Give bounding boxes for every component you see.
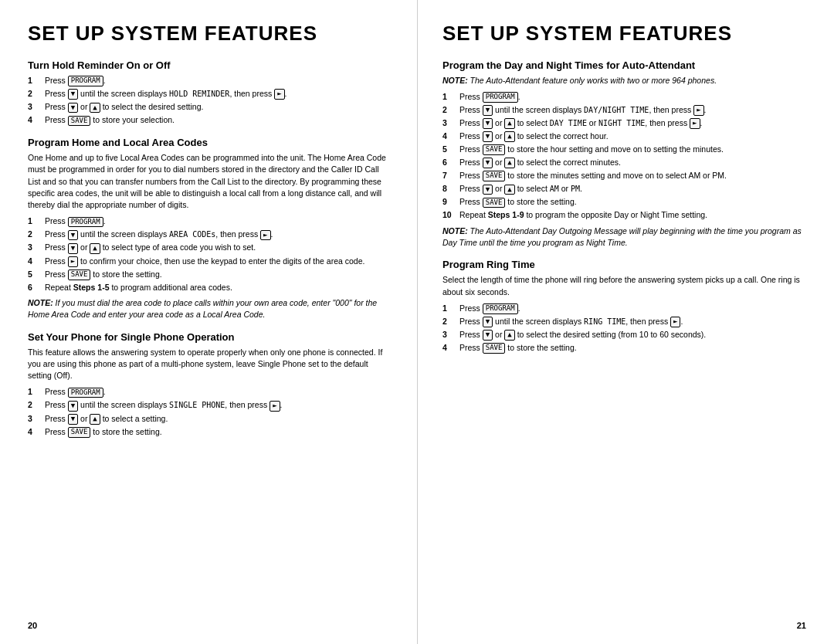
step-number: 9 (442, 196, 459, 208)
up-key: ▲ (504, 118, 514, 129)
step-number: 5 (28, 269, 45, 280)
step-item: 5 Press SAVE to store the setting. (28, 269, 392, 280)
step-number: 5 (442, 144, 459, 155)
program-key: PROGRAM (68, 388, 103, 398)
single-phone-intro: This feature allows the answering system… (28, 347, 392, 382)
step-item: 2 Press ▼ until the screen displays RING… (442, 316, 806, 327)
save-key: SAVE (68, 269, 91, 280)
step-number: 1 (28, 75, 45, 86)
down-key: ▼ (68, 414, 78, 425)
step-number: 8 (442, 183, 459, 195)
step-item: 4 Press SAVE to store your selection. (28, 114, 392, 126)
step-number: 3 (28, 242, 45, 253)
step-text: Press SAVE to store the hour setting and… (459, 144, 806, 155)
right-key: ► (270, 401, 280, 412)
ring-time-steps: 1 Press PROGRAM. 2 Press ▼ until the scr… (442, 303, 806, 354)
section-hold-reminder-heading: Turn Hold Reminder On or Off (28, 59, 392, 71)
step-text: Press PROGRAM. (459, 91, 806, 103)
step-item: 4 Press ► to confirm your choice, then u… (28, 256, 392, 267)
step-item: 6 Repeat Steps 1-5 to program additional… (28, 282, 392, 293)
area-codes-intro: One Home and up to five Local Area Codes… (28, 152, 392, 211)
step-text: Press ▼ or ▲ to select a setting. (45, 413, 392, 425)
page-number-left: 20 (28, 621, 37, 630)
step-item: 3 Press ▼ or ▲ to select the desired set… (28, 101, 392, 113)
step-number: 1 (442, 91, 459, 103)
page-container: SET UP SYSTEM FEATURES Turn Hold Reminde… (0, 0, 834, 644)
step-text: Press ▼ until the screen displays SINGLE… (45, 399, 392, 411)
step-item: 1 Press PROGRAM. (442, 303, 806, 314)
step-number: 1 (442, 303, 459, 314)
page-right: SET UP SYSTEM FEATURES Program the Day a… (417, 0, 834, 644)
step-item: 9 Press SAVE to store the setting. (442, 196, 806, 208)
step-item: 7 Press SAVE to store the minutes settin… (442, 170, 806, 181)
screen-text: RING TIME (584, 317, 626, 326)
down-key: ▼ (483, 158, 493, 168)
program-key: PROGRAM (68, 76, 103, 86)
area-codes-note: NOTE: If you must dial the area code to … (28, 297, 392, 320)
step-number: 2 (28, 229, 45, 240)
step-item: 3 Press ▼ or ▲ to select a setting. (28, 413, 392, 425)
screen-text: HOLD REMINDER (169, 90, 229, 98)
section-single-phone-heading: Set Your Phone for Single Phone Operatio… (28, 331, 392, 343)
step-text: Press SAVE to store the minutes setting … (459, 170, 806, 181)
step-text: Press ▼ or ▲ to select the desired setti… (459, 329, 806, 341)
step-text: Press SAVE to store the setting. (45, 269, 392, 280)
area-codes-steps: 1 Press PROGRAM. 2 Press ▼ until the scr… (28, 215, 392, 293)
right-title: SET UP SYSTEM FEATURES (442, 22, 806, 46)
step-text: Press PROGRAM. (459, 303, 806, 314)
down-key: ▼ (483, 330, 493, 341)
down-key: ▼ (483, 185, 493, 195)
step-number: 2 (442, 104, 459, 116)
step-text: Press SAVE to store your selection. (45, 114, 392, 126)
step-number: 6 (28, 282, 45, 293)
screen-text: AM (550, 185, 559, 193)
step-item: 6 Press ▼ or ▲ to select the correct min… (442, 157, 806, 168)
step-number: 4 (28, 114, 45, 126)
step-item: 5 Press SAVE to store the hour setting a… (442, 144, 806, 155)
step-item: 4 Press SAVE to store the setting. (442, 342, 806, 354)
save-key: SAVE (68, 116, 91, 127)
right-key: ► (693, 105, 703, 116)
day-night-note-top: NOTE: The Auto-Attendant feature only wo… (442, 75, 806, 86)
step-item: 1 Press PROGRAM. (28, 386, 392, 398)
step-text: Press ▼ until the screen displays HOLD R… (45, 88, 392, 100)
screen-text: NIGHT TIME (598, 119, 645, 127)
page-left: SET UP SYSTEM FEATURES Turn Hold Reminde… (0, 0, 417, 644)
step-item: 1 Press PROGRAM. (442, 91, 806, 103)
step-number: 3 (28, 101, 45, 113)
step-text: Press ▼ or ▲ to select the correct hour. (459, 130, 806, 142)
save-key: SAVE (483, 171, 506, 181)
step-item: 3 Press ▼ or ▲ to select type of area co… (28, 242, 392, 253)
step-number: 1 (28, 386, 45, 398)
step-item: 2 Press ▼ until the screen displays AREA… (28, 229, 392, 240)
program-key: PROGRAM (483, 303, 518, 314)
up-key: ▲ (504, 131, 514, 142)
step-item: 3 Press ▼ or ▲ to select the desired set… (442, 329, 806, 341)
step-number: 4 (28, 426, 45, 438)
step-item: 2 Press ▼ until the screen displays SING… (28, 399, 392, 411)
step-item: 8 Press ▼ or ▲ to select AM or PM. (442, 183, 806, 195)
step-text: Press SAVE to store the setting. (45, 426, 392, 438)
step-number: 3 (442, 329, 459, 341)
down-key: ▼ (483, 118, 493, 129)
screen-text: AREA CODEs (169, 230, 215, 239)
right-key: ► (260, 230, 270, 241)
up-key: ▲ (90, 243, 100, 254)
step-text: Press ▼ until the screen displays AREA C… (45, 229, 392, 240)
step-text: Press ► to confirm your choice, then use… (45, 256, 392, 267)
step-text: Press ▼ until the screen displays RING T… (459, 316, 806, 327)
step-number: 6 (442, 157, 459, 168)
step-item: 2 Press ▼ until the screen displays DAY/… (442, 104, 806, 116)
up-key: ▲ (504, 158, 514, 168)
down-key: ▼ (68, 401, 78, 412)
down-key: ▼ (68, 89, 78, 100)
step-text: Repeat Steps 1-9 to program the opposite… (459, 209, 806, 221)
step-item: 3 Press ▼ or ▲ to select DAY TIME or NIG… (442, 117, 806, 129)
step-number: 2 (442, 316, 459, 327)
ring-time-intro: Select the length of time the phone will… (442, 274, 806, 297)
step-text: Press SAVE to store the setting. (459, 196, 806, 208)
save-key: SAVE (483, 343, 506, 354)
program-key: PROGRAM (68, 217, 103, 228)
screen-text: DAY TIME (550, 119, 587, 127)
step-text: Press PROGRAM. (45, 215, 392, 227)
